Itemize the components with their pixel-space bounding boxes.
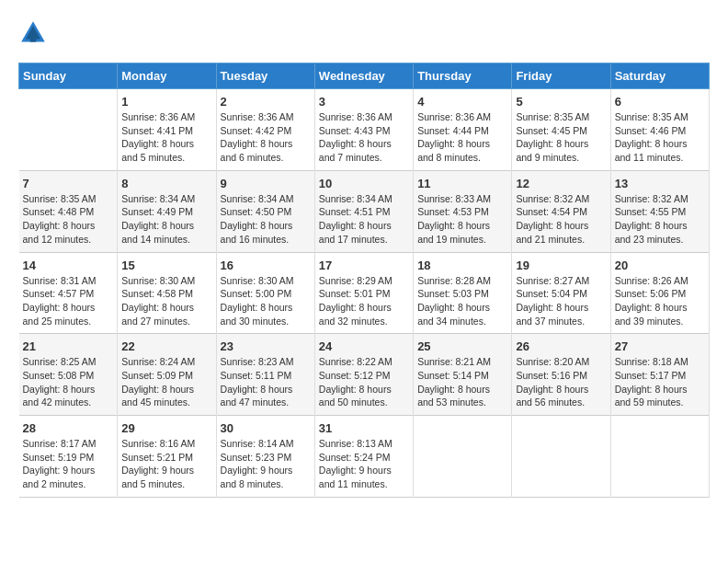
day-number: 22 bbox=[121, 339, 211, 353]
cell-content: Sunrise: 8:30 AMSunset: 5:00 PMDaylight:… bbox=[221, 274, 311, 328]
calendar-cell: 12Sunrise: 8:32 AMSunset: 4:54 PMDayligh… bbox=[512, 170, 610, 252]
calendar-cell: 29Sunrise: 8:16 AMSunset: 5:21 PMDayligh… bbox=[118, 416, 216, 498]
calendar-cell: 19Sunrise: 8:27 AMSunset: 5:04 PMDayligh… bbox=[512, 252, 610, 334]
cell-content: Sunrise: 8:25 AMSunset: 5:08 PMDaylight:… bbox=[23, 355, 114, 409]
calendar-week-row: 7Sunrise: 8:35 AMSunset: 4:48 PMDaylight… bbox=[19, 170, 710, 252]
cell-content: Sunrise: 8:36 AMSunset: 4:41 PMDaylight:… bbox=[121, 110, 211, 165]
day-number: 17 bbox=[319, 259, 409, 272]
cell-content: Sunrise: 8:34 AMSunset: 4:50 PMDaylight:… bbox=[221, 192, 311, 247]
cell-content: Sunrise: 8:35 AMSunset: 4:46 PMDaylight:… bbox=[615, 110, 705, 165]
day-number: 19 bbox=[516, 259, 606, 272]
day-number: 31 bbox=[319, 421, 409, 435]
day-number: 16 bbox=[221, 259, 311, 272]
calendar-cell: 17Sunrise: 8:29 AMSunset: 5:01 PMDayligh… bbox=[314, 252, 413, 334]
calendar-cell: 1Sunrise: 8:36 AMSunset: 4:41 PMDaylight… bbox=[118, 89, 216, 171]
day-number: 15 bbox=[121, 259, 211, 272]
cell-content: Sunrise: 8:22 AMSunset: 5:12 PMDaylight:… bbox=[319, 355, 409, 409]
calendar-cell: 28Sunrise: 8:17 AMSunset: 5:19 PMDayligh… bbox=[19, 416, 118, 498]
weekday-header-sunday: Sunday bbox=[19, 63, 118, 89]
cell-content: Sunrise: 8:20 AMSunset: 5:16 PMDaylight:… bbox=[516, 355, 606, 409]
day-number: 21 bbox=[23, 339, 114, 353]
calendar-cell: 15Sunrise: 8:30 AMSunset: 4:58 PMDayligh… bbox=[118, 252, 216, 334]
page-header bbox=[18, 18, 710, 48]
day-number: 11 bbox=[417, 177, 507, 190]
calendar-cell: 31Sunrise: 8:13 AMSunset: 5:24 PMDayligh… bbox=[314, 416, 413, 498]
calendar-cell: 11Sunrise: 8:33 AMSunset: 4:53 PMDayligh… bbox=[414, 170, 512, 252]
day-number: 10 bbox=[319, 177, 409, 190]
calendar-cell: 22Sunrise: 8:24 AMSunset: 5:09 PMDayligh… bbox=[118, 334, 216, 416]
cell-content: Sunrise: 8:17 AMSunset: 5:19 PMDaylight:… bbox=[23, 437, 114, 491]
cell-content: Sunrise: 8:33 AMSunset: 4:53 PMDaylight:… bbox=[417, 192, 507, 247]
day-number: 4 bbox=[417, 95, 507, 109]
cell-content: Sunrise: 8:21 AMSunset: 5:14 PMDaylight:… bbox=[417, 355, 507, 409]
calendar-cell: 10Sunrise: 8:34 AMSunset: 4:51 PMDayligh… bbox=[314, 170, 413, 252]
weekday-header-saturday: Saturday bbox=[610, 63, 709, 89]
day-number: 13 bbox=[615, 177, 705, 190]
cell-content: Sunrise: 8:36 AMSunset: 4:43 PMDaylight:… bbox=[319, 110, 409, 165]
calendar-cell: 9Sunrise: 8:34 AMSunset: 4:50 PMDaylight… bbox=[216, 170, 314, 252]
cell-content: Sunrise: 8:35 AMSunset: 4:48 PMDaylight:… bbox=[23, 192, 114, 247]
calendar-cell: 21Sunrise: 8:25 AMSunset: 5:08 PMDayligh… bbox=[19, 334, 118, 416]
calendar-week-row: 21Sunrise: 8:25 AMSunset: 5:08 PMDayligh… bbox=[19, 334, 710, 416]
day-number: 28 bbox=[23, 421, 114, 435]
calendar-table: SundayMondayTuesdayWednesdayThursdayFrid… bbox=[18, 63, 710, 498]
calendar-cell: 24Sunrise: 8:22 AMSunset: 5:12 PMDayligh… bbox=[314, 334, 413, 416]
cell-content: Sunrise: 8:23 AMSunset: 5:11 PMDaylight:… bbox=[221, 355, 311, 409]
calendar-cell: 18Sunrise: 8:28 AMSunset: 5:03 PMDayligh… bbox=[414, 252, 512, 334]
day-number: 12 bbox=[516, 177, 606, 190]
calendar-cell: 20Sunrise: 8:26 AMSunset: 5:06 PMDayligh… bbox=[610, 252, 709, 334]
cell-content: Sunrise: 8:36 AMSunset: 4:42 PMDaylight:… bbox=[221, 110, 311, 165]
day-number: 23 bbox=[221, 339, 311, 353]
cell-content: Sunrise: 8:27 AMSunset: 5:04 PMDaylight:… bbox=[516, 274, 606, 328]
calendar-cell: 26Sunrise: 8:20 AMSunset: 5:16 PMDayligh… bbox=[512, 334, 610, 416]
day-number: 27 bbox=[615, 339, 705, 353]
weekday-header-thursday: Thursday bbox=[414, 63, 512, 89]
calendar-cell bbox=[610, 416, 709, 498]
cell-content: Sunrise: 8:31 AMSunset: 4:57 PMDaylight:… bbox=[23, 274, 114, 328]
svg-rect-2 bbox=[30, 33, 36, 42]
logo bbox=[18, 18, 51, 48]
day-number: 8 bbox=[121, 177, 211, 190]
day-number: 26 bbox=[516, 339, 606, 353]
calendar-cell: 6Sunrise: 8:35 AMSunset: 4:46 PMDaylight… bbox=[610, 89, 709, 171]
calendar-week-row: 1Sunrise: 8:36 AMSunset: 4:41 PMDaylight… bbox=[19, 89, 710, 171]
cell-content: Sunrise: 8:24 AMSunset: 5:09 PMDaylight:… bbox=[121, 355, 211, 409]
cell-content: Sunrise: 8:34 AMSunset: 4:49 PMDaylight:… bbox=[121, 192, 211, 247]
weekday-header-friday: Friday bbox=[512, 63, 610, 89]
day-number: 1 bbox=[121, 95, 211, 109]
cell-content: Sunrise: 8:28 AMSunset: 5:03 PMDaylight:… bbox=[417, 274, 507, 328]
calendar-week-row: 28Sunrise: 8:17 AMSunset: 5:19 PMDayligh… bbox=[19, 416, 710, 498]
cell-content: Sunrise: 8:30 AMSunset: 4:58 PMDaylight:… bbox=[121, 274, 211, 328]
day-number: 25 bbox=[417, 339, 507, 353]
calendar-cell: 8Sunrise: 8:34 AMSunset: 4:49 PMDaylight… bbox=[118, 170, 216, 252]
day-number: 2 bbox=[221, 95, 311, 109]
day-number: 24 bbox=[319, 339, 409, 353]
cell-content: Sunrise: 8:36 AMSunset: 4:44 PMDaylight:… bbox=[417, 110, 507, 165]
calendar-cell: 27Sunrise: 8:18 AMSunset: 5:17 PMDayligh… bbox=[610, 334, 709, 416]
weekday-header-monday: Monday bbox=[118, 63, 216, 89]
calendar-cell: 7Sunrise: 8:35 AMSunset: 4:48 PMDaylight… bbox=[19, 170, 118, 252]
cell-content: Sunrise: 8:29 AMSunset: 5:01 PMDaylight:… bbox=[319, 274, 409, 328]
calendar-cell: 13Sunrise: 8:32 AMSunset: 4:55 PMDayligh… bbox=[610, 170, 709, 252]
cell-content: Sunrise: 8:18 AMSunset: 5:17 PMDaylight:… bbox=[615, 355, 705, 409]
calendar-cell: 25Sunrise: 8:21 AMSunset: 5:14 PMDayligh… bbox=[414, 334, 512, 416]
cell-content: Sunrise: 8:13 AMSunset: 5:24 PMDaylight:… bbox=[319, 437, 409, 491]
day-number: 14 bbox=[23, 259, 114, 272]
logo-icon bbox=[18, 18, 48, 48]
calendar-cell: 3Sunrise: 8:36 AMSunset: 4:43 PMDaylight… bbox=[314, 89, 413, 171]
calendar-cell: 14Sunrise: 8:31 AMSunset: 4:57 PMDayligh… bbox=[19, 252, 118, 334]
day-number: 30 bbox=[221, 421, 311, 435]
cell-content: Sunrise: 8:32 AMSunset: 4:55 PMDaylight:… bbox=[615, 192, 705, 247]
day-number: 7 bbox=[23, 177, 114, 190]
calendar-cell: 5Sunrise: 8:35 AMSunset: 4:45 PMDaylight… bbox=[512, 89, 610, 171]
weekday-header-tuesday: Tuesday bbox=[216, 63, 314, 89]
calendar-cell: 23Sunrise: 8:23 AMSunset: 5:11 PMDayligh… bbox=[216, 334, 314, 416]
cell-content: Sunrise: 8:14 AMSunset: 5:23 PMDaylight:… bbox=[221, 437, 311, 491]
day-number: 6 bbox=[615, 95, 705, 109]
calendar-cell bbox=[19, 89, 118, 171]
weekday-header-row: SundayMondayTuesdayWednesdayThursdayFrid… bbox=[19, 63, 710, 89]
cell-content: Sunrise: 8:35 AMSunset: 4:45 PMDaylight:… bbox=[516, 110, 606, 165]
calendar-cell: 16Sunrise: 8:30 AMSunset: 5:00 PMDayligh… bbox=[216, 252, 314, 334]
day-number: 9 bbox=[221, 177, 311, 190]
calendar-cell: 4Sunrise: 8:36 AMSunset: 4:44 PMDaylight… bbox=[414, 89, 512, 171]
